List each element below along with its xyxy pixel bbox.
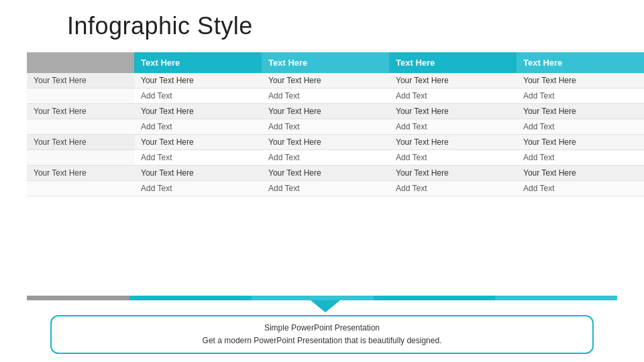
- arrow-down-icon: [311, 300, 340, 312]
- data-cell: Your Text Here: [134, 104, 262, 119]
- data-cell: Your Text Here: [262, 166, 389, 181]
- table-header-row: Text Here Text Here Text Here Text Here: [27, 52, 644, 73]
- data-cell: Your Text Here: [262, 73, 389, 88]
- data-cell: Add Text: [134, 119, 262, 135]
- data-cell: Add Text: [389, 150, 517, 166]
- data-cell: Add Text: [517, 150, 644, 166]
- bottom-section: Simple PowerPoint Presentation Get a mod…: [27, 296, 617, 354]
- data-cell: Your Text Here: [389, 135, 517, 150]
- data-cell: Add Text: [389, 181, 517, 196]
- footer-line2: Get a modern PowerPoint Presentation tha…: [72, 335, 572, 347]
- data-cell: Add Text: [262, 119, 389, 135]
- data-cell: Add Text: [262, 88, 389, 104]
- data-cell: Add Text: [262, 150, 389, 166]
- bar-teal2: [252, 296, 374, 300]
- page-title: Infographic Style: [67, 12, 253, 40]
- data-cell: Add Text: [134, 150, 262, 166]
- table-row: Your Text HereYour Text HereYour Text He…: [27, 104, 644, 119]
- data-cell: Add Text: [262, 181, 389, 196]
- header-cell-2: Text Here: [262, 52, 389, 73]
- row-label-cell: Your Text Here: [27, 135, 134, 150]
- header-cell-4: Text Here: [517, 52, 644, 73]
- data-cell: Your Text Here: [389, 104, 517, 119]
- data-cell: Add Text: [517, 119, 644, 135]
- table-row: Add TextAdd TextAdd TextAdd Text: [27, 181, 644, 196]
- data-cell: Your Text Here: [517, 104, 644, 119]
- table-row: Add TextAdd TextAdd TextAdd Text: [27, 88, 644, 104]
- table-wrapper: Text Here Text Here Text Here Text Here …: [27, 52, 617, 294]
- data-cell: Add Text: [389, 88, 517, 104]
- bar-gray: [27, 296, 129, 300]
- data-cell: Add Text: [389, 119, 517, 135]
- data-cell: Your Text Here: [134, 73, 262, 88]
- data-cell: Your Text Here: [262, 135, 389, 150]
- bar-teal1: [129, 296, 252, 300]
- data-cell: Add Text: [517, 181, 644, 196]
- data-cell: Your Text Here: [517, 73, 644, 88]
- header-cell-0: [27, 52, 134, 73]
- table-row: Your Text HereYour Text HereYour Text He…: [27, 166, 644, 181]
- data-cell: Your Text Here: [517, 166, 644, 181]
- data-cell: Add Text: [134, 88, 262, 104]
- row-label-cell: [27, 119, 134, 135]
- color-bar: [27, 296, 617, 300]
- table-row: Your Text HereYour Text HereYour Text He…: [27, 73, 644, 88]
- data-cell: Your Text Here: [134, 135, 262, 150]
- table-row: Add TextAdd TextAdd TextAdd Text: [27, 150, 644, 166]
- table-row: Add TextAdd TextAdd TextAdd Text: [27, 119, 644, 135]
- row-label-cell: Your Text Here: [27, 104, 134, 119]
- row-label-cell: [27, 181, 134, 196]
- data-cell: Your Text Here: [134, 166, 262, 181]
- data-cell: Add Text: [517, 88, 644, 104]
- row-label-cell: [27, 150, 134, 166]
- page: Infographic Style Text Here Text Here Te…: [0, 0, 644, 362]
- row-label-cell: Your Text Here: [27, 73, 134, 88]
- row-label-cell: Your Text Here: [27, 166, 134, 181]
- data-cell: Your Text Here: [262, 104, 389, 119]
- footer-line1: Simple PowerPoint Presentation: [72, 322, 572, 335]
- data-cell: Your Text Here: [389, 166, 517, 181]
- data-table: Text Here Text Here Text Here Text Here …: [27, 52, 644, 196]
- table-row: Your Text HereYour Text HereYour Text He…: [27, 135, 644, 150]
- footer-box: Simple PowerPoint Presentation Get a mod…: [50, 315, 594, 354]
- data-cell: Your Text Here: [517, 135, 644, 150]
- arrow-row: [27, 300, 617, 312]
- data-cell: Add Text: [134, 181, 262, 196]
- row-label-cell: [27, 88, 134, 104]
- header-cell-3: Text Here: [389, 52, 517, 73]
- data-cell: Your Text Here: [389, 73, 517, 88]
- bar-teal3: [374, 296, 496, 300]
- header-cell-1: Text Here: [134, 52, 262, 73]
- bar-teal4: [495, 296, 617, 300]
